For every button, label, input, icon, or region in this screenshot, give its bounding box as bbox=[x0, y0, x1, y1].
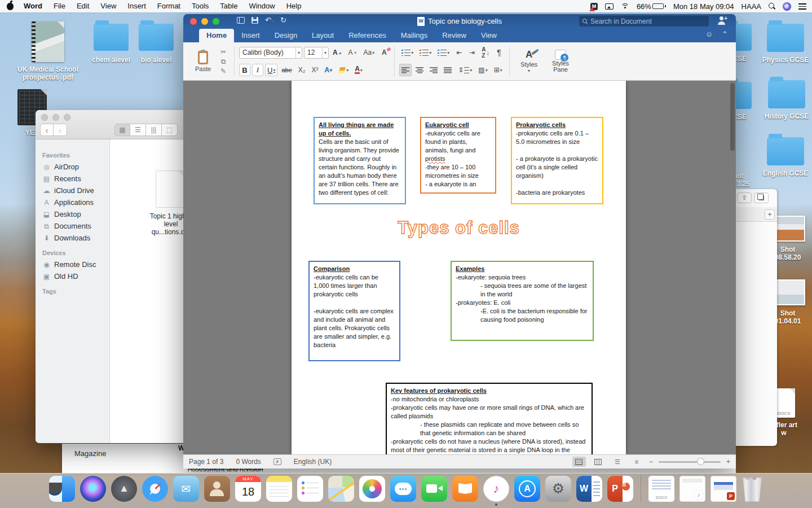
apple-menu-icon[interactable] bbox=[7, 3, 14, 10]
document-page[interactable]: All living things are made up of cells. … bbox=[292, 81, 626, 454]
decrease-indent-button[interactable]: ⇤ bbox=[453, 46, 465, 59]
sort-button[interactable]: AZ↓ bbox=[479, 46, 492, 59]
show-marks-button[interactable]: ¶ bbox=[493, 46, 505, 59]
print-layout-view-button[interactable] bbox=[572, 457, 586, 467]
zoom-in-button[interactable]: + bbox=[726, 458, 730, 466]
zoom-slider[interactable] bbox=[659, 461, 721, 463]
dock-notes-icon[interactable] bbox=[266, 476, 292, 502]
dock-contacts-icon[interactable] bbox=[204, 476, 230, 502]
dock-presentation-document-icon[interactable] bbox=[710, 476, 736, 502]
textbox-examples[interactable]: Examples -eukaryote: sequoia trees - seq… bbox=[451, 261, 594, 341]
minimize-button[interactable] bbox=[201, 18, 208, 25]
background-window-panel[interactable]: ⇧ + bbox=[736, 189, 777, 446]
zoom-slider-knob[interactable] bbox=[697, 458, 704, 465]
numbered-list-button[interactable]: ▾ bbox=[417, 46, 434, 59]
sidebar-item-downloads[interactable]: ⬇Downloads bbox=[42, 232, 109, 244]
language-status[interactable]: English (UK) bbox=[294, 458, 332, 466]
dock-facetime-icon[interactable] bbox=[421, 476, 447, 502]
share-icon[interactable]: ⇧ bbox=[737, 192, 752, 203]
multilevel-list-button[interactable]: ▾ bbox=[435, 46, 452, 59]
sidebar-item-airdrop[interactable]: ◎AirDrop bbox=[42, 161, 109, 173]
feedback-smiley-icon[interactable]: ☺▾ bbox=[705, 30, 715, 38]
view-switcher[interactable]: ▦ ☰ ||| ⬚ bbox=[114, 124, 178, 136]
align-center-button[interactable] bbox=[413, 64, 426, 76]
malwarebytes-icon[interactable]: M bbox=[590, 3, 598, 10]
sidebar-item-documents[interactable]: ⧉Documents bbox=[42, 220, 109, 232]
wifi-icon[interactable] bbox=[621, 2, 629, 11]
menu-window[interactable]: Window bbox=[243, 0, 280, 12]
zoom-button[interactable] bbox=[213, 18, 219, 25]
sidebar-item-applications[interactable]: AApplications bbox=[42, 196, 109, 208]
dock-siri-icon[interactable] bbox=[80, 476, 106, 502]
tab-references[interactable]: References bbox=[341, 29, 393, 42]
borders-button[interactable]: ⊞▾ bbox=[492, 64, 505, 76]
copy-icon[interactable]: ⧉ bbox=[218, 57, 228, 66]
zoom-out-button[interactable]: − bbox=[649, 458, 653, 466]
tab-review[interactable]: Review bbox=[435, 29, 474, 42]
word-count[interactable]: 0 Words bbox=[236, 458, 261, 466]
bold-button[interactable]: B bbox=[239, 64, 250, 76]
desktop-icon-bio-folder[interactable]: bio alevel bbox=[131, 24, 182, 64]
dock-messages-icon[interactable]: ••• bbox=[390, 476, 416, 502]
desktop-icon-chem-folder[interactable]: chem alevel bbox=[86, 24, 136, 64]
paste-button[interactable]: Paste bbox=[190, 51, 216, 72]
format-painter-icon[interactable]: ✎ bbox=[218, 67, 228, 76]
dock-maps-icon[interactable] bbox=[328, 476, 354, 502]
shrink-font-button[interactable]: A▼ bbox=[346, 46, 360, 59]
dock-photos-icon[interactable] bbox=[359, 476, 385, 502]
menu-format[interactable]: Format bbox=[152, 0, 186, 12]
dock-launchpad-icon[interactable]: ▲ bbox=[111, 476, 137, 502]
search-field[interactable] bbox=[579, 16, 709, 27]
desktop-icon-physics-folder[interactable]: Physics GCSE bbox=[760, 24, 811, 64]
align-left-button[interactable] bbox=[399, 64, 412, 76]
dock-system-preferences-icon[interactable]: ⚙ bbox=[545, 476, 571, 502]
back-button[interactable]: ‹ bbox=[40, 124, 54, 136]
underline-button[interactable]: U▾ bbox=[265, 64, 277, 76]
cut-icon[interactable]: ✂ bbox=[218, 47, 228, 56]
menu-help[interactable]: Help bbox=[281, 0, 307, 12]
dock-finder-icon[interactable] bbox=[49, 476, 75, 502]
font-name-select[interactable]: Calibri (Body)▾ bbox=[239, 47, 302, 59]
desktop-icon-english-folder[interactable]: English GCSE bbox=[760, 137, 811, 177]
dock-word-icon[interactable]: W bbox=[576, 476, 602, 502]
bullet-list-button[interactable]: ▾ bbox=[399, 46, 416, 59]
sidebar-item-icloud[interactable]: ☁iCloud Drive bbox=[42, 185, 109, 196]
dock-mail-icon[interactable]: ✉ bbox=[173, 476, 199, 502]
textbox-prokaryotic[interactable]: Prokaryotic cells -prokaryotic cells are… bbox=[511, 117, 603, 204]
font-color-button[interactable]: A▾ bbox=[352, 64, 365, 76]
sidebar-item-remote-disc[interactable]: ◉Remote Disc bbox=[42, 259, 109, 270]
tab-design[interactable]: Design bbox=[267, 29, 304, 42]
menu-tools[interactable]: Tools bbox=[186, 0, 214, 12]
user-name[interactable]: HAAA bbox=[742, 2, 761, 11]
siri-icon[interactable] bbox=[783, 2, 791, 11]
proofing-icon[interactable]: ✗ bbox=[273, 458, 281, 465]
dock-powerpoint-icon[interactable]: P bbox=[607, 476, 633, 502]
spotlight-icon[interactable] bbox=[769, 2, 775, 11]
tab-view[interactable]: View bbox=[474, 29, 504, 42]
word-window[interactable]: ↶▾ ↻ Topic one biology-cells + Home Inse… bbox=[183, 14, 736, 468]
italic-button[interactable]: I bbox=[252, 64, 263, 76]
wordart-title[interactable]: Types of cells bbox=[342, 218, 575, 238]
sidebar-item-recents[interactable]: ▤Recents bbox=[42, 173, 109, 185]
grow-font-button[interactable]: A▲ bbox=[330, 46, 345, 59]
outline-view-button[interactable]: ☰ bbox=[611, 457, 624, 467]
document-area[interactable]: All living things are made up of cells. … bbox=[183, 81, 736, 454]
textbox-key-features[interactable]: Key features of prokaryotic cells -no mi… bbox=[386, 383, 593, 454]
add-tab-button[interactable]: + bbox=[765, 209, 775, 220]
dock-ibooks-icon[interactable] bbox=[452, 476, 478, 502]
shading-button[interactable]: ▨▾ bbox=[476, 64, 489, 76]
minimize-button[interactable] bbox=[52, 114, 59, 121]
zoom-button[interactable] bbox=[64, 114, 70, 121]
save-icon[interactable] bbox=[251, 17, 258, 24]
clear-formatting-button[interactable]: A bbox=[378, 46, 390, 59]
menu-edit[interactable]: Edit bbox=[71, 0, 95, 12]
column-view-button[interactable]: ||| bbox=[146, 124, 162, 136]
page-count[interactable]: Page 1 of 3 bbox=[189, 458, 223, 466]
justify-button[interactable] bbox=[442, 64, 454, 76]
undo-icon[interactable]: ↶▾ bbox=[265, 16, 273, 24]
change-case-button[interactable]: Aa▾ bbox=[361, 46, 377, 59]
gallery-view-button[interactable]: ⬚ bbox=[162, 124, 178, 136]
tab-home[interactable]: Home bbox=[199, 29, 234, 42]
battery-indicator[interactable]: 66% bbox=[637, 2, 666, 11]
highlight-button[interactable]: ▾ bbox=[336, 64, 351, 76]
